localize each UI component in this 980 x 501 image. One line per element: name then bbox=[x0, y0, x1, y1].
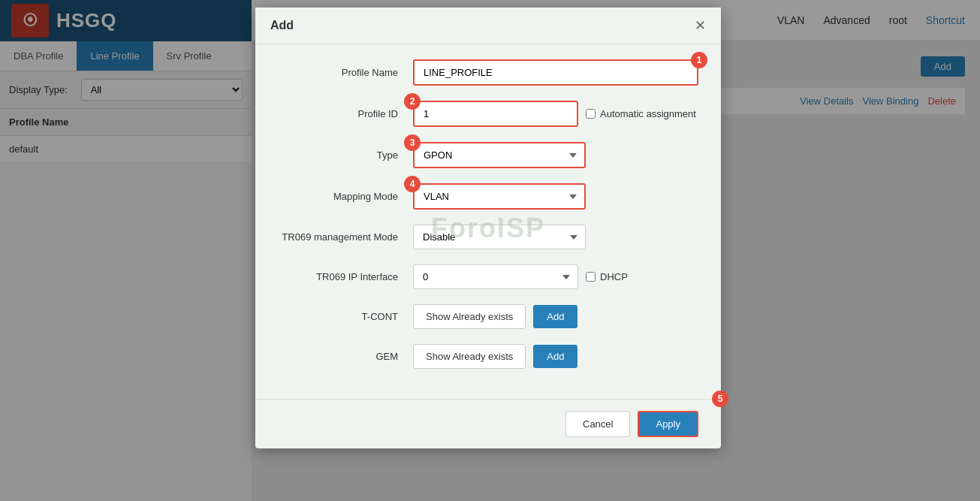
modal-footer: Cancel Apply 5 bbox=[255, 399, 721, 448]
gem-add-btn[interactable]: Add bbox=[533, 345, 577, 368]
auto-assign-text: Automatic assignment bbox=[600, 108, 696, 119]
gem-row: GEM Show Already exists Add bbox=[278, 344, 698, 369]
add-modal: Add ✕ Profile Name 1 Profile ID Automati… bbox=[255, 8, 721, 448]
modal-title: Add bbox=[270, 19, 294, 32]
type-row: Type GPON EPON XGS-PON 3 bbox=[278, 142, 698, 168]
modal-close-button[interactable]: ✕ bbox=[695, 19, 706, 32]
cancel-button[interactable]: Cancel bbox=[565, 411, 630, 437]
tr069-ip-wrap: 0 DHCP bbox=[413, 264, 698, 289]
tcont-add-btn[interactable]: Add bbox=[533, 305, 577, 328]
tr069-mode-label: TR069 management Mode bbox=[278, 231, 413, 243]
step-badge-3: 3 bbox=[404, 134, 421, 151]
profile-name-row: Profile Name 1 bbox=[278, 59, 698, 86]
profile-id-row: Profile ID Automatic assignment 2 bbox=[278, 101, 698, 127]
gem-controls: Show Already exists Add bbox=[413, 344, 698, 369]
mapping-mode-label: Mapping Mode bbox=[278, 191, 413, 202]
mapping-mode-select[interactable]: VLAN GEM Port bbox=[413, 183, 586, 210]
tcont-label: T-CONT bbox=[278, 311, 413, 322]
apply-button[interactable]: Apply bbox=[638, 411, 698, 437]
tr069-mode-select[interactable]: Disable Enable bbox=[413, 225, 586, 249]
step-badge-4: 4 bbox=[404, 176, 421, 192]
tr069-ip-label: TR069 IP Interface bbox=[278, 271, 413, 282]
tr069-ip-row: TR069 IP Interface 0 DHCP bbox=[278, 264, 698, 289]
profile-name-label: Profile Name bbox=[278, 67, 413, 78]
dhcp-text: DHCP bbox=[600, 271, 628, 282]
step-badge-1: 1 bbox=[691, 52, 707, 68]
step-badge-2: 2 bbox=[404, 93, 421, 110]
tr069-mode-row: TR069 management Mode Disable Enable bbox=[278, 225, 698, 249]
gem-label: GEM bbox=[278, 351, 413, 362]
gem-show-exists-btn[interactable]: Show Already exists bbox=[413, 344, 526, 369]
profile-name-input[interactable] bbox=[413, 59, 698, 86]
profile-id-wrap: Automatic assignment bbox=[413, 101, 698, 127]
mapping-mode-row: Mapping Mode VLAN GEM Port 4 bbox=[278, 183, 698, 210]
profile-id-label: Profile ID bbox=[278, 108, 413, 119]
tcont-controls: Show Already exists Add bbox=[413, 304, 698, 329]
dhcp-label: DHCP bbox=[586, 271, 628, 282]
type-select[interactable]: GPON EPON XGS-PON bbox=[413, 142, 586, 168]
profile-id-input[interactable] bbox=[413, 101, 578, 127]
auto-assign-checkbox[interactable] bbox=[586, 109, 596, 119]
type-label: Type bbox=[278, 149, 413, 161]
modal-header: Add ✕ bbox=[255, 8, 721, 44]
tcont-show-exists-btn[interactable]: Show Already exists bbox=[413, 304, 526, 329]
auto-assign-label: Automatic assignment bbox=[586, 108, 696, 119]
tr069-ip-select[interactable]: 0 bbox=[413, 264, 578, 289]
dhcp-checkbox[interactable] bbox=[586, 272, 596, 282]
tcont-row: T-CONT Show Already exists Add bbox=[278, 304, 698, 329]
step-badge-5: 5 bbox=[712, 391, 728, 407]
modal-body: Profile Name 1 Profile ID Automatic assi… bbox=[255, 44, 721, 399]
